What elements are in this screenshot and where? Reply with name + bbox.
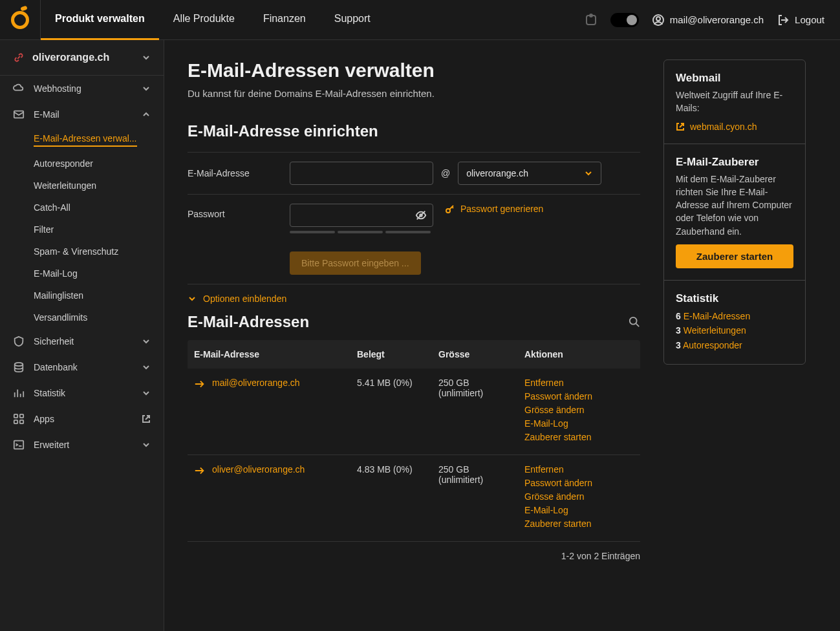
nav-item[interactable]: Support [320, 0, 385, 40]
row-action[interactable]: Grösse ändern [524, 405, 634, 415]
col-size: Grösse [432, 340, 518, 369]
sidebar-sub-item[interactable]: Autoresponder [0, 153, 164, 175]
password-input[interactable] [290, 204, 433, 227]
sidebar-item-label: Sicherheit [34, 336, 142, 347]
row-action[interactable]: Entfernen [524, 464, 634, 475]
chevron-icon [142, 389, 151, 398]
svg-point-5 [15, 363, 23, 366]
sidebar-sub-item[interactable]: E-Mail-Log [0, 262, 164, 284]
sidebar-item-label: Statistik [34, 388, 142, 398]
row-action[interactable]: Grösse ändern [524, 491, 634, 502]
arrow-right-icon [194, 380, 206, 389]
main-content: E-Mail-Adressen verwalten Du kannst für … [188, 59, 640, 612]
aside: Webmail Weltweit Zugriff auf Ihre E-Mail… [663, 59, 806, 612]
email-link[interactable]: mail@oliverorange.ch [194, 378, 344, 389]
row-action[interactable]: Passwort ändern [524, 391, 634, 401]
dark-mode-toggle[interactable] [610, 13, 639, 27]
cell-actions: EntfernenPasswort ändernGrösse ändernE-M… [518, 455, 640, 542]
page-title: E-Mail-Adressen verwalten [188, 59, 640, 81]
sidebar-sub-item[interactable]: Weiterleitungen [0, 175, 164, 197]
svg-rect-8 [14, 420, 17, 423]
stat-line: 3 Weiterleitungen [676, 323, 793, 337]
nav-item[interactable]: Finanzen [249, 0, 320, 40]
sidebar-sub-item[interactable]: Versandlimits [0, 306, 164, 328]
apps-icon [13, 413, 25, 425]
cell-used: 4.83 MB (0%) [350, 455, 432, 542]
stat-link[interactable]: Autoresponder [683, 340, 742, 350]
puzzle-icon[interactable] [585, 14, 598, 27]
sidebar-sub-item[interactable]: E-Mail-Adressen verwal... [0, 127, 164, 153]
options-toggle-label: Optionen einblenden [203, 294, 286, 304]
logout-button[interactable]: Logout [777, 14, 824, 27]
stat-link[interactable]: Weiterleitungen [684, 325, 746, 336]
webmail-card: Webmail Weltweit Zugriff auf Ihre E-Mail… [664, 60, 805, 144]
svg-rect-7 [20, 414, 23, 418]
sidebar-item[interactable]: Webhosting [0, 76, 164, 102]
generate-password-label: Passwort generieren [460, 204, 543, 214]
domain-selector[interactable]: oliverorange.ch [0, 40, 164, 76]
table-row: oliver@oliverorange.ch 4.83 MB (0%) 250 … [188, 455, 640, 542]
top-header: Produkt verwaltenAlle ProdukteFinanzenSu… [0, 0, 840, 40]
chevron-down-icon [142, 53, 151, 62]
sidebar-item-label: Datenbank [34, 362, 142, 372]
webmail-link-label: webmail.cyon.ch [690, 122, 757, 132]
row-action[interactable]: Zauberer starten [524, 432, 634, 442]
sidebar-item[interactable]: Statistik [0, 380, 164, 406]
nav-item[interactable]: Alle Produkte [159, 0, 249, 40]
setup-heading: E-Mail-Adresse einrichten [188, 122, 640, 140]
at-sign: @ [441, 168, 450, 178]
password-strength [290, 231, 433, 233]
sidebar-item[interactable]: Erweitert [0, 432, 164, 458]
svg-rect-10 [14, 441, 23, 449]
database-icon [13, 361, 25, 373]
wizard-start-button[interactable]: Zauberer starten [676, 244, 793, 268]
nav-item[interactable]: Produkt verwalten [41, 0, 159, 40]
webmail-link[interactable]: webmail.cyon.ch [676, 122, 793, 132]
sidebar-sub-item[interactable]: Mailinglisten [0, 284, 164, 306]
main-nav: Produkt verwaltenAlle ProdukteFinanzenSu… [41, 0, 385, 39]
svg-rect-6 [14, 414, 17, 418]
email-link[interactable]: oliver@oliverorange.ch [194, 464, 344, 475]
cell-used: 5.41 MB (0%) [350, 369, 432, 455]
arrow-right-icon [194, 466, 206, 475]
cell-size: 250 GB(unlimitiert) [432, 369, 518, 455]
row-action[interactable]: Passwort ändern [524, 478, 634, 488]
wizard-text: Mit dem E-Mail-Zauberer richten Sie Ihre… [676, 173, 793, 238]
stats-title: Statistik [676, 292, 793, 305]
logout-icon [777, 14, 790, 27]
submit-button[interactable]: Bitte Passwort eingeben ... [290, 251, 421, 275]
webmail-title: Webmail [676, 72, 793, 85]
password-label: Passwort [188, 204, 290, 219]
sidebar-sub-item[interactable]: Catch-All [0, 197, 164, 219]
sidebar-item[interactable]: Apps [0, 406, 164, 432]
sidebar-sub-item[interactable]: Spam- & Virenschutz [0, 241, 164, 262]
email-input[interactable] [290, 162, 433, 185]
col-used: Belegt [350, 340, 432, 369]
generate-password-link[interactable]: Passwort generieren [445, 204, 543, 214]
external-link-icon [676, 122, 685, 131]
domain-select[interactable]: oliverorange.ch [458, 162, 601, 185]
pager: 1-2 von 2 Einträgen [188, 542, 640, 570]
table-row: mail@oliverorange.ch 5.41 MB (0%) 250 GB… [188, 369, 640, 455]
chevron-icon [142, 440, 151, 449]
row-action[interactable]: E-Mail-Log [524, 418, 634, 429]
row-action[interactable]: Zauberer starten [524, 519, 634, 529]
sidebar-item[interactable]: Datenbank [0, 354, 164, 380]
sidebar-item-label: Apps [34, 414, 142, 424]
sidebar-item-label: Erweitert [34, 440, 142, 450]
row-action[interactable]: E-Mail-Log [524, 505, 634, 515]
sidebar-sub-item[interactable]: Filter [0, 219, 164, 241]
options-toggle[interactable]: Optionen einblenden [188, 284, 640, 313]
user-menu[interactable]: mail@oliverorange.ch [652, 14, 764, 27]
domain-select-value: oliverorange.ch [466, 168, 528, 178]
logo[interactable] [0, 0, 41, 40]
key-icon [445, 204, 455, 214]
chevron-icon [142, 337, 151, 346]
sidebar-item[interactable]: Sicherheit [0, 328, 164, 354]
sidebar-item[interactable]: E-Mail [0, 102, 164, 127]
search-icon[interactable] [629, 316, 640, 328]
row-action[interactable]: Entfernen [524, 378, 634, 388]
eye-off-icon[interactable] [415, 209, 427, 221]
stat-link[interactable]: E-Mail-Adressen [684, 311, 750, 321]
svg-point-14 [630, 317, 637, 325]
